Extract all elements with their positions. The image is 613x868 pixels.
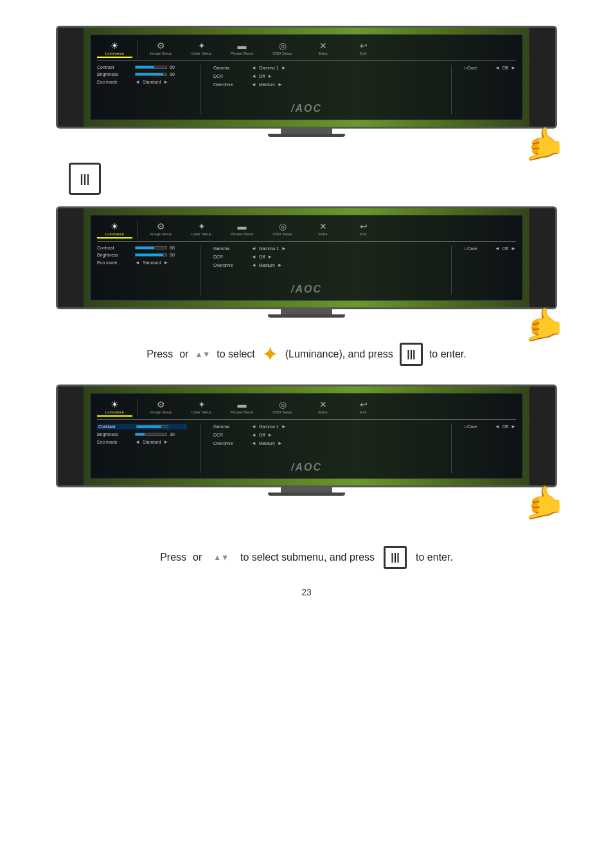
- monitor-section-2: ☀ Luminance ⚙ Image Setup ✦ Color Setup …: [56, 206, 557, 318]
- ecomode-arrow-left-3: ◄: [135, 439, 140, 445]
- osdsetup-icon: ◎: [279, 41, 287, 50]
- osd-left-2: Contrast 60 Brightness 90: [97, 246, 187, 295]
- page-number: 23: [301, 587, 312, 597]
- nav-hint-2: ▲▼: [213, 553, 229, 562]
- enter-icon-bars-1: |||: [407, 348, 415, 360]
- imagesetup-icon-2: ⚙: [157, 222, 165, 231]
- osd-left-3: Contrast Brightness 30: [97, 424, 187, 473]
- extra-icon: ✕: [319, 41, 327, 50]
- nav-hint-1: ▲▼: [195, 350, 210, 359]
- monitor-stand-2: [281, 309, 332, 314]
- dcr-row-3: DCR ◄ Off ►: [213, 432, 438, 438]
- pictureboost-icon: ▬: [238, 41, 247, 50]
- icare-arrow-left-3: ◄: [495, 424, 500, 429]
- gamma-row-3: Gamma ◄ Gamma 1 ►: [213, 424, 438, 429]
- content-separator-5: [200, 424, 200, 473]
- brightness-fill: [136, 73, 163, 75]
- imagesetup-icon-3: ⚙: [157, 400, 165, 409]
- icare-arrow-right: ►: [511, 65, 516, 71]
- icare-row-3: i-Care ◄ Off ►: [465, 424, 516, 429]
- dcr-arrow-right-2: ►: [267, 254, 272, 260]
- enter-button-icon-2: |||: [384, 546, 407, 569]
- brightness-bar: [135, 73, 167, 76]
- to-enter-label-1: to enter.: [429, 348, 466, 360]
- tab-osdsetup-label-3: OSD Setup: [272, 410, 292, 414]
- osd-right-2: Gamma ◄ Gamma 1 ► DCR ◄ Off ► Overdr: [213, 246, 438, 295]
- gamma-row-1: Gamma ◄ Gamma 1 ►: [213, 65, 438, 71]
- content-separator-2: [451, 65, 452, 114]
- aoc-logo-3: /AOC: [291, 462, 322, 473]
- page-container: ☀ Luminance ⚙ Image Setup ✦ Color Setup …: [0, 0, 613, 623]
- tab-separator: [138, 40, 138, 58]
- ecomode-row-3: Eco mode ◄ Standard ►: [97, 439, 187, 445]
- dcr-arrow-right-3: ►: [267, 432, 272, 438]
- overdrive-row-3: Overdrive ◄ Medium ►: [213, 440, 438, 446]
- tab-pictureboost-1: ▬ Picture Boost: [224, 40, 260, 58]
- luminance-tab-icon-2: ☀: [111, 222, 119, 231]
- ecomode-value: Standard: [143, 80, 161, 84]
- tab-imagesetup-label-2: Image Setup: [150, 232, 172, 236]
- exit-icon-3: ↩: [360, 400, 368, 409]
- contrast-label: Contrast: [97, 65, 132, 69]
- monitor-stand-1: [281, 129, 332, 134]
- overdrive-row-1: Overdrive ◄ Medium ►: [213, 82, 438, 87]
- tab-colorsetup-label: Color Setup: [191, 51, 212, 55]
- contrast-value-2: 60: [170, 246, 175, 250]
- colorsetup-icon: ✦: [198, 41, 206, 50]
- overdrive-label-3: Overdrive: [213, 441, 249, 446]
- press-label-2: Press: [160, 552, 186, 563]
- osd-right-1: Gamma ◄ Gamma 1 ► DCR ◄ Off ► Overdr: [213, 65, 438, 114]
- tab-pictureboost-2: ▬ Picture Boost: [224, 221, 260, 239]
- tab-extra-label: Extra: [318, 51, 327, 55]
- tab-extra-label-2: Extra: [318, 232, 327, 236]
- tab-pictureboost-label-2: Picture Boost: [231, 232, 254, 236]
- icare-value-3: Off: [502, 424, 508, 429]
- osd-right-3: Gamma ◄ Gamma 1 ► DCR ◄ Off ► Overdr: [213, 424, 438, 473]
- enter-button-icon-1: |||: [400, 343, 423, 366]
- osd-extras-3: i-Care ◄ Off ►: [465, 424, 516, 473]
- contrast-row-2: Contrast 60: [97, 246, 187, 250]
- to-select-submenu-label: to select submenu, and press: [240, 552, 375, 563]
- brightness-row-1: Brightness 90: [97, 72, 187, 77]
- contrast-label-2: Contrast: [97, 246, 132, 250]
- tab-extra-3: ✕ Extra: [305, 399, 341, 417]
- tab-exit-1: ↩ Exit: [346, 40, 381, 58]
- overdrive-arrow-left: ◄: [251, 82, 256, 87]
- monitor-foot-2: [268, 314, 345, 318]
- tab-luminance-label-2: Luminance: [105, 232, 124, 236]
- gamma-value: Gamma 1: [259, 66, 279, 70]
- dcr-arrow-left: ◄: [251, 73, 256, 79]
- gamma-value-3: Gamma 1: [259, 424, 279, 429]
- tab-extra-2: ✕ Extra: [305, 221, 341, 239]
- tab-osdsetup-3: ◎ OSD Setup: [265, 399, 300, 417]
- contrast-fill-3: [137, 426, 161, 428]
- brightness-value: 90: [170, 72, 175, 77]
- monitor-stand-3: [281, 487, 332, 493]
- gamma-arrow-left: ◄: [251, 65, 256, 71]
- pictureboost-icon-3: ▬: [238, 400, 247, 409]
- bezel-right-2: [529, 208, 555, 307]
- content-separator-6: [451, 424, 452, 473]
- gamma-label-2: Gamma: [213, 246, 249, 251]
- tab-imagesetup-3: ⚙ Image Setup: [143, 399, 179, 417]
- tab-pictureboost-label-3: Picture Boost: [231, 410, 254, 414]
- aoc-logo-1: /AOC: [291, 103, 322, 114]
- content-separator-1: [200, 65, 200, 114]
- overdrive-row-2: Overdrive ◄ Medium ►: [213, 262, 438, 268]
- ecomode-value-3: Standard: [143, 440, 161, 444]
- monitor-display-3: ☀ Luminance ⚙ Image Setup ✦ Color Setup …: [56, 384, 557, 487]
- monitor-section-1: ☀ Luminance ⚙ Image Setup ✦ Color Setup …: [56, 26, 557, 137]
- tab-colorsetup-3: ✦ Color Setup: [184, 399, 219, 417]
- tab-colorsetup-label-3: Color Setup: [191, 410, 212, 414]
- bezel-left-1: [58, 28, 84, 127]
- tab-imagesetup-1: ⚙ Image Setup: [143, 40, 179, 58]
- tab-separator-3: [138, 399, 138, 417]
- brightness-label-2: Brightness: [97, 253, 132, 257]
- brightness-row-2: Brightness 90: [97, 253, 187, 257]
- contrast-value: 60: [170, 65, 175, 69]
- tab-osdsetup-1: ◎ OSD Setup: [265, 40, 300, 58]
- icare-label-2: i-Care: [465, 246, 492, 251]
- gamma-arrow-right: ►: [281, 65, 287, 71]
- tab-osdsetup-label: OSD Setup: [272, 51, 292, 55]
- monitor-display-2: ☀ Luminance ⚙ Image Setup ✦ Color Setup …: [56, 206, 557, 309]
